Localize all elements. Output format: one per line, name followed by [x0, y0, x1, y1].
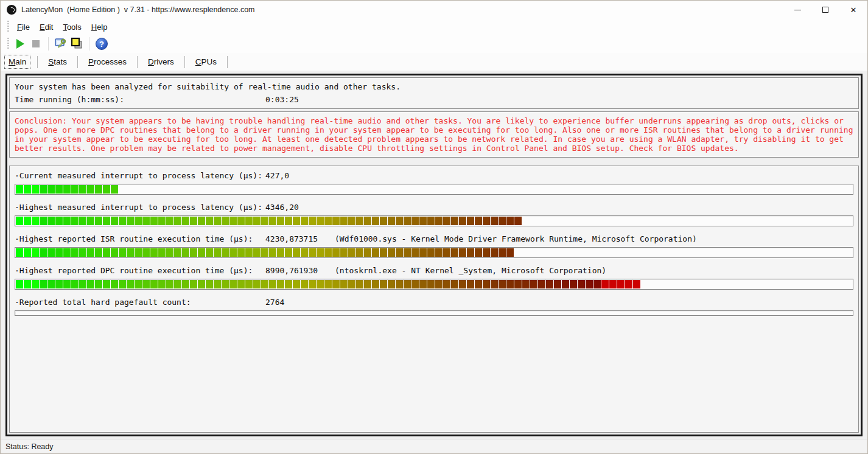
measurement-value: 2764 — [265, 296, 335, 309]
settings-icon — [54, 37, 68, 51]
minimize-button[interactable] — [783, 1, 811, 19]
stop-monitor-button[interactable] — [28, 37, 44, 51]
report-button[interactable] — [69, 37, 85, 51]
close-icon: ✕ — [850, 6, 857, 14]
menu-file[interactable]: File — [12, 21, 35, 33]
conclusion-panel: Conclusion: Your system appears to be ha… — [9, 111, 859, 158]
toolbar-gripper — [7, 38, 9, 50]
measurement-row: ·Highest measured interrupt to process l… — [15, 201, 853, 226]
measurements-panel: ·Current measured interrupt to process l… — [9, 166, 859, 433]
help-button[interactable]: ? — [94, 37, 110, 51]
measurement-value: 427,0 — [265, 170, 335, 182]
options-button[interactable] — [53, 37, 69, 51]
tab-processes[interactable]: Processes — [81, 55, 134, 69]
latency-bar — [15, 279, 853, 290]
play-icon — [16, 39, 24, 49]
tab-cpus[interactable]: CPUs — [188, 55, 224, 69]
main-content: Your system has been analyzed for suitab… — [1, 71, 867, 439]
measurement-label: ·Highest reported DPC routine execution … — [15, 265, 265, 277]
time-running-label: Time running (h:mm:ss): — [15, 93, 265, 106]
measurement-value: 4230,873715 — [265, 233, 335, 245]
latency-bar — [15, 215, 853, 226]
tab-separator — [77, 56, 78, 68]
menu-tools[interactable]: Tools — [58, 21, 86, 33]
status-bar: Status: Ready — [1, 439, 867, 453]
measurement-label: ·Current measured interrupt to process l… — [15, 170, 265, 182]
title-bar: LatencyMon (Home Edition ) v 7.31 - http… — [1, 1, 867, 19]
tab-main[interactable]: Main — [4, 55, 30, 69]
pagefault-bar — [15, 310, 853, 316]
measurement-row: ·Highest reported DPC routine execution … — [15, 265, 853, 290]
question-icon: ? — [96, 38, 108, 50]
measurement-value: 8990,761930 — [265, 265, 335, 277]
measurement-value: 4346,20 — [265, 201, 335, 214]
measurement-label: ·Highest reported ISR routine execution … — [15, 233, 265, 245]
toolbar-separator — [48, 37, 49, 51]
toolbar: ? — [1, 35, 867, 53]
time-running-line: Time running (h:mm:ss):0:03:25 — [15, 93, 853, 106]
window-controls: ✕ — [783, 1, 867, 19]
measurement-label: ·Highest measured interrupt to process l… — [15, 201, 265, 214]
app-icon — [7, 5, 16, 15]
measurement-detail: (ntoskrnl.exe - NT Kernel _System, Micro… — [335, 266, 606, 275]
minimize-icon — [794, 10, 801, 10]
toolbar-separator — [89, 37, 89, 51]
time-running-value: 0:03:25 — [265, 95, 299, 104]
main-frame: Your system has been analyzed for suitab… — [5, 74, 863, 436]
menu-help[interactable]: Help — [86, 21, 113, 33]
tab-separator — [227, 56, 228, 68]
measurement-label: ·Reported total hard pagefault count: — [15, 296, 265, 309]
window-title: LatencyMon (Home Edition ) v 7.31 - http… — [21, 5, 255, 14]
maximize-button[interactable] — [811, 1, 839, 19]
start-monitor-button[interactable] — [12, 37, 28, 51]
tab-separator — [37, 56, 38, 68]
measurement-detail: (Wdf01000.sys - Kernel Mode Driver Frame… — [335, 234, 697, 243]
stop-icon — [32, 40, 40, 47]
analysis-panel: Your system has been analyzed for suitab… — [9, 77, 859, 109]
measurement-row: ·Current measured interrupt to process l… — [15, 170, 853, 195]
menu-bar: File Edit Tools Help — [1, 19, 867, 35]
latency-bar — [15, 247, 853, 258]
tab-bar: Main Stats Processes Drivers CPUs — [1, 53, 867, 71]
tab-stats[interactable]: Stats — [41, 55, 74, 69]
conclusion-text: Conclusion: Your system appears to be ha… — [15, 116, 853, 153]
measurement-row: ·Highest reported ISR routine execution … — [15, 233, 853, 258]
latency-bar — [15, 184, 853, 195]
tab-separator — [184, 56, 185, 68]
status-text: Status: Ready — [5, 442, 54, 451]
tab-drivers[interactable]: Drivers — [141, 55, 181, 69]
menubar-gripper — [7, 21, 9, 33]
tab-separator — [137, 56, 138, 68]
report-icon — [70, 37, 83, 51]
close-button[interactable]: ✕ — [839, 1, 867, 19]
menu-edit[interactable]: Edit — [35, 21, 58, 33]
measurement-row: ·Reported total hard pagefault count:276… — [15, 296, 853, 316]
analysis-line: Your system has been analyzed for suitab… — [15, 80, 853, 93]
maximize-icon — [822, 7, 828, 13]
